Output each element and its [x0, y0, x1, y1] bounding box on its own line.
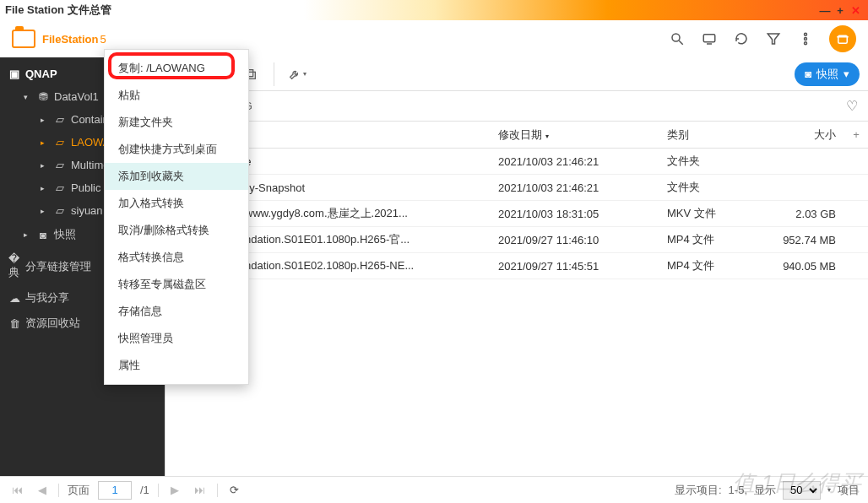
- filter-icon[interactable]: [765, 30, 782, 47]
- minimize-button[interactable]: —: [817, 4, 833, 17]
- context-menu-item[interactable]: 复制: /LAOWANG: [105, 55, 248, 82]
- window-titlebar: File Station 文件总管 — + ✕: [0, 0, 868, 20]
- table-row[interactable]: @Recycle2021/10/03 21:46:21文件夹: [165, 149, 868, 175]
- svg-point-7: [805, 42, 807, 45]
- nas-icon: ▣: [8, 68, 20, 80]
- cell-size: 952.74 MB: [760, 234, 844, 246]
- page-size-select[interactable]: 50: [783, 481, 821, 500]
- table-body: @Recycle2021/10/03 21:46:21文件夹@Recently-…: [165, 149, 868, 476]
- svg-point-0: [672, 34, 680, 41]
- disk-icon: ⛃: [37, 90, 49, 103]
- svg-line-1: [679, 41, 683, 45]
- app-name: FileStation: [42, 33, 98, 46]
- folder-icon: ▱: [54, 181, 66, 194]
- table-row[interactable]: @Recently-Snapshot2021/10/03 21:46:21文件夹: [165, 175, 868, 201]
- prev-page-button[interactable]: ◀: [35, 484, 50, 496]
- caret-right-icon: ▸: [41, 161, 49, 170]
- share-icon: �典: [8, 252, 20, 280]
- showing-label: 显示项目:: [675, 483, 722, 498]
- next-page-button[interactable]: ▶: [167, 484, 182, 496]
- cell-date: 2021/10/03 21:46:21: [490, 181, 659, 194]
- more-icon[interactable]: [797, 30, 814, 47]
- showing-range: 1-5,: [729, 484, 747, 496]
- maximize-button[interactable]: +: [833, 4, 848, 17]
- content-area: ▾ ▾ ▾ ◙快照▾ ↶ LAOWANG ♡ 名称 修改日期 ▾ 类别 大小 +…: [165, 57, 868, 476]
- last-page-button[interactable]: ⏭: [191, 484, 209, 496]
- context-menu-item[interactable]: 加入格式转换: [105, 190, 248, 217]
- caret-right-icon: ▸: [41, 116, 49, 124]
- context-menu-item[interactable]: 新建文件夹: [105, 109, 248, 136]
- table-header: 名称 修改日期 ▾ 类别 大小 +: [165, 122, 868, 149]
- folder-icon: ▱: [54, 113, 66, 126]
- app-version: 5: [100, 33, 106, 46]
- svg-rect-13: [248, 72, 255, 78]
- caret-down-icon: ▾: [24, 93, 32, 101]
- table-row[interactable]: 基地.Foundation.S01E02.1080p.H265-NE...202…: [165, 253, 868, 279]
- app-logo: FileStation5: [12, 30, 106, 48]
- page-label: 页面: [68, 483, 90, 498]
- sort-desc-icon: ▾: [545, 133, 549, 140]
- first-page-button[interactable]: ⏮: [8, 484, 26, 496]
- cast-icon[interactable]: [701, 30, 718, 47]
- svg-marker-4: [768, 34, 779, 44]
- add-column-icon[interactable]: +: [844, 128, 868, 141]
- cell-type: 文件夹: [659, 154, 760, 169]
- separator: [274, 62, 274, 86]
- close-button[interactable]: ✕: [848, 4, 863, 17]
- cell-type: MKV 文件: [659, 206, 760, 221]
- folder-icon: ▱: [54, 136, 66, 149]
- context-menu-item[interactable]: 添加到收藏夹: [105, 163, 248, 190]
- refresh-icon[interactable]: [733, 30, 750, 47]
- context-menu-item[interactable]: 属性: [105, 352, 248, 379]
- svg-rect-2: [703, 35, 715, 42]
- context-menu-item[interactable]: 转移至专属磁盘区: [105, 271, 248, 298]
- context-menu-item[interactable]: 取消/删除格式转换: [105, 217, 248, 244]
- total-pages: /1: [140, 484, 149, 496]
- folder-icon: ▱: [54, 204, 66, 217]
- header-actions: [669, 25, 856, 52]
- chevron-down-icon: ▾: [844, 68, 849, 80]
- page-input[interactable]: [98, 481, 132, 500]
- column-type[interactable]: 类别: [659, 127, 760, 143]
- tools-button[interactable]: ▾: [285, 62, 310, 86]
- caret-right-icon: ▸: [41, 184, 49, 192]
- smart-share-icon[interactable]: [829, 25, 856, 52]
- svg-point-5: [805, 33, 807, 35]
- trash-icon: 🗑: [8, 317, 20, 330]
- search-icon[interactable]: [669, 30, 686, 47]
- window-title: File Station 文件总管: [5, 3, 817, 18]
- camera-icon: ◙: [805, 68, 811, 80]
- cell-date: 2021/09/27 11:45:51: [490, 260, 659, 273]
- column-date[interactable]: 修改日期 ▾: [490, 127, 659, 143]
- context-menu-item[interactable]: 快照管理员: [105, 325, 248, 352]
- table-row[interactable]: 基地.Foundation.S01E01.1080p.H265-官...2021…: [165, 227, 868, 253]
- refresh-button[interactable]: ⟳: [226, 484, 242, 496]
- caret-right-icon: ▸: [41, 138, 49, 147]
- camera-icon: ◙: [37, 229, 49, 241]
- cell-size: 2.03 GB: [760, 208, 844, 220]
- context-menu: 复制: /LAOWANG粘贴新建文件夹创建快捷方式到桌面添加到收藏夹加入格式转换…: [104, 49, 249, 385]
- context-menu-item[interactable]: 粘贴: [105, 82, 248, 109]
- favorite-icon[interactable]: ♡: [846, 98, 858, 114]
- cell-date: 2021/10/03 21:46:21: [490, 155, 659, 168]
- context-menu-item[interactable]: 存储信息: [105, 298, 248, 325]
- context-menu-item[interactable]: 格式转换信息: [105, 244, 248, 271]
- caret-right-icon: ▸: [41, 207, 49, 215]
- cell-type: MP4 文件: [659, 232, 760, 247]
- cell-type: 文件夹: [659, 180, 760, 195]
- column-size[interactable]: 大小: [760, 127, 844, 143]
- breadcrumb-bar: ↶ LAOWANG ♡: [165, 91, 868, 122]
- items-label: 项目: [838, 483, 860, 498]
- table-row[interactable]: 阳光电影www.ygdy8.com.悬崖之上.2021...2021/10/03…: [165, 201, 868, 227]
- cloud-icon: ☁: [8, 292, 20, 305]
- folder-icon: ▱: [54, 159, 66, 171]
- display-label: 显示: [754, 483, 776, 498]
- folder-icon: [12, 30, 35, 48]
- status-bar: ⏮ ◀ 页面 /1 ▶ ⏭ ⟳ 显示项目: 1-5, 显示 50 ▾ 项目: [0, 476, 868, 503]
- cell-date: 2021/09/27 11:46:10: [490, 234, 659, 246]
- snapshot-button[interactable]: ◙快照▾: [795, 62, 860, 86]
- cell-size: 940.05 MB: [760, 260, 844, 273]
- cell-type: MP4 文件: [659, 258, 760, 273]
- context-menu-item[interactable]: 创建快捷方式到桌面: [105, 136, 248, 163]
- caret-right-icon: ▸: [24, 230, 32, 239]
